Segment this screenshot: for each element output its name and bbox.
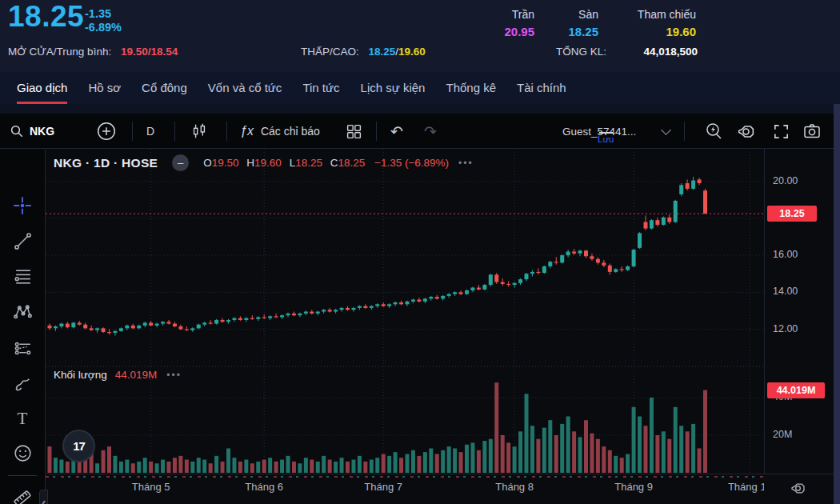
- chart-style-button[interactable]: [190, 114, 208, 149]
- candle-body: [698, 179, 702, 183]
- candle-body: [190, 328, 194, 330]
- tab-tin-tuc[interactable]: Tin tức: [302, 72, 339, 104]
- tab-thong-ke[interactable]: Thống kê: [446, 72, 496, 104]
- crosshair-tool[interactable]: [11, 194, 34, 217]
- volume-bar: [441, 450, 445, 473]
- camera-icon: [802, 122, 822, 141]
- candle-body: [429, 297, 433, 298]
- tab-giao-dich[interactable]: Giao dịch: [17, 72, 67, 104]
- brush-tool[interactable]: [11, 372, 34, 394]
- volume-bar: [59, 460, 63, 473]
- candlestick-chart[interactable]: NKG · 1D · HOSE – O19.50 H19.60 L18.25 C…: [46, 149, 764, 474]
- legend-collapse-button[interactable]: –: [172, 154, 189, 171]
- emoji-tool[interactable]: [11, 442, 34, 464]
- tab-ho-so[interactable]: Hồ sơ: [88, 72, 121, 104]
- candlestick-icon: [190, 122, 208, 140]
- divider: [174, 122, 175, 141]
- snapshot-button[interactable]: [802, 114, 822, 149]
- settings-button[interactable]: [736, 114, 756, 149]
- volume-bar: [238, 462, 242, 473]
- layout-grid-button[interactable]: [346, 114, 362, 149]
- volume-bar: [161, 460, 165, 473]
- candle-body: [71, 322, 75, 327]
- last-price: 18.25: [8, 0, 84, 34]
- legend-more-button[interactable]: •••: [458, 158, 474, 169]
- volume-bar: [256, 462, 260, 473]
- candle-body: [304, 312, 308, 314]
- volume-bar: [304, 458, 308, 473]
- candle-body: [572, 251, 576, 253]
- divider: [226, 122, 227, 141]
- ceiling-label: Trần: [480, 6, 534, 23]
- measure-tool[interactable]: [11, 487, 34, 504]
- candle-body: [262, 317, 266, 318]
- volume-bar: [399, 458, 403, 473]
- candle-body: [66, 324, 70, 328]
- quick-search-button[interactable]: [704, 114, 723, 149]
- volume-bar: [232, 458, 236, 473]
- volume-bar: [596, 439, 600, 473]
- compare-add-button[interactable]: [96, 114, 117, 149]
- total-volume: TỔNG KL: 44,018,500: [556, 46, 698, 58]
- candle-body: [113, 331, 117, 333]
- indicators-button[interactable]: ƒx Các chỉ báo: [240, 114, 320, 149]
- candle-body: [375, 304, 379, 306]
- redo-button[interactable]: ↷: [424, 114, 437, 149]
- pattern-tool[interactable]: [11, 301, 34, 323]
- legend-symbol: NKG · 1D · HOSE: [54, 156, 158, 170]
- volume-bar: [638, 417, 642, 474]
- candle-body: [566, 251, 570, 255]
- projection-tool[interactable]: [11, 337, 34, 359]
- trend-line-tool[interactable]: [11, 230, 34, 252]
- candle-body: [501, 282, 505, 284]
- tradingview-logo[interactable]: 17: [62, 430, 95, 462]
- low-label: L: [290, 157, 296, 169]
- volume-more-button[interactable]: •••: [166, 370, 182, 381]
- volume-bar: [387, 456, 391, 473]
- tab-co-đong[interactable]: Cổ đông: [142, 72, 187, 104]
- fib-lines-tool[interactable]: [11, 265, 34, 287]
- candle-body: [310, 312, 314, 314]
- time-axis-settings-button[interactable]: [790, 480, 806, 500]
- volume-bar: [620, 458, 624, 473]
- candle-body: [686, 183, 690, 189]
- candle-body: [316, 312, 320, 314]
- candle-body: [554, 262, 558, 262]
- text-tool[interactable]: T: [11, 407, 34, 430]
- volume-bar: [358, 456, 362, 473]
- floor-label: Sàn: [552, 6, 598, 23]
- tab-von-va-co-tuc[interactable]: Vốn và cổ tức: [208, 72, 282, 104]
- gridlines: [46, 149, 764, 474]
- volume-bar: [209, 463, 213, 473]
- time-axis[interactable]: Tháng 5Tháng 6Tháng 7Tháng 8Tháng 9Tháng…: [46, 474, 834, 504]
- divider: [8, 475, 37, 476]
- tab-lich-su-kien[interactable]: Lịch sự kiện: [361, 72, 426, 104]
- volume-bar: [554, 435, 558, 473]
- user-menu-chevron[interactable]: [662, 114, 670, 149]
- interval-button[interactable]: D: [146, 114, 154, 149]
- candle-body: [268, 316, 272, 318]
- high-value: 19.60: [254, 157, 282, 169]
- plus-circle-icon: [96, 121, 117, 142]
- price-axis[interactable]: 20.0016.0014.0012.0040M20M18.2544.019M: [764, 149, 834, 474]
- volume-bar: [95, 463, 99, 473]
- undo-icon: ↶: [390, 122, 403, 141]
- low-value: 18.25: [369, 46, 396, 58]
- volume-bar: [382, 454, 386, 474]
- fullscreen-button[interactable]: [772, 114, 790, 149]
- symbol-search-button[interactable]: NKG: [10, 114, 54, 149]
- volume-bar: [518, 431, 522, 473]
- candle-body: [674, 201, 678, 222]
- candle-body: [119, 328, 123, 330]
- undo-button[interactable]: ↶: [390, 114, 403, 149]
- candle-body: [406, 302, 410, 304]
- volume-bar: [686, 431, 690, 473]
- volume-bar: [250, 463, 254, 473]
- volume-bar: [363, 462, 367, 473]
- volume-bar: [310, 460, 314, 473]
- save-button[interactable]: Lưu: [598, 134, 614, 144]
- candle-body: [90, 328, 94, 330]
- tab-tai-chinh[interactable]: Tài chính: [517, 72, 566, 104]
- volume-bar: [698, 448, 702, 473]
- volume-bar: [417, 456, 421, 473]
